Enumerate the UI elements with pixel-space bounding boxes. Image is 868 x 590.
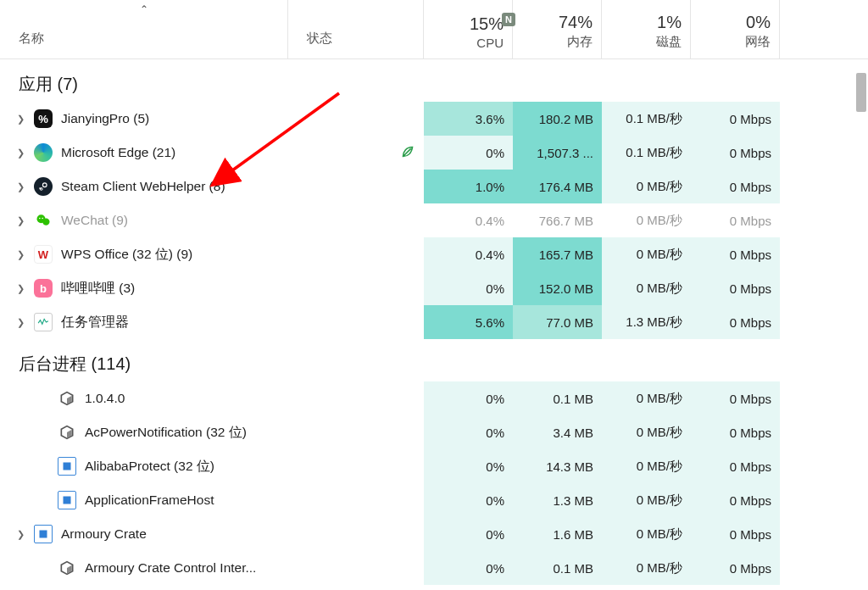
- process-cpu-cell: 0.4%: [424, 203, 513, 237]
- process-name-cell: ❯ Armoury Crate: [0, 525, 288, 543]
- process-network-cell: 0 Mbps: [691, 102, 780, 136]
- network-total-percent: 0%: [746, 13, 771, 32]
- edge-app-icon: [34, 143, 53, 162]
- process-name-label: 任务管理器: [61, 314, 129, 331]
- process-memory-cell: 165.7 MB: [513, 237, 602, 271]
- process-cpu-cell: 1.0%: [424, 170, 513, 203]
- process-network-cell: 0 Mbps: [691, 381, 780, 415]
- process-row[interactable]: ApplicationFrameHost 0% 1.3 MB 0 MB/秒 0 …: [0, 483, 868, 517]
- process-memory-cell: 14.3 MB: [513, 449, 602, 483]
- process-row[interactable]: ❯ Steam Client WebHelper (8) 1.0% 176.4 …: [0, 170, 868, 203]
- process-name-cell: ❯ Microsoft Edge (21): [0, 143, 288, 162]
- scrollbar-thumb[interactable]: [856, 73, 866, 112]
- task-manager-process-table: ⌃ 名称 状态 15% N CPU 74% 内存 1% 磁盘 0% 网络 应用 …: [0, 0, 868, 585]
- column-header-memory[interactable]: 74% 内存: [513, 0, 602, 58]
- svg-rect-9: [40, 531, 47, 538]
- process-disk-cell: 0 MB/秒: [602, 483, 691, 517]
- expand-chevron-icon[interactable]: ❯: [17, 317, 25, 328]
- expand-chevron-icon[interactable]: ❯: [17, 249, 25, 260]
- cpu-column-label: CPU: [476, 36, 504, 50]
- process-name-cell: ❯ Steam Client WebHelper (8): [0, 177, 288, 196]
- process-memory-cell: 1,507.3 ...: [513, 136, 602, 170]
- process-row[interactable]: AlibabaProtect (32 位) 0% 14.3 MB 0 MB/秒 …: [0, 449, 868, 483]
- process-cpu-cell: 0%: [424, 483, 513, 517]
- process-row[interactable]: AcPowerNotification (32 位) 0% 3.4 MB 0 M…: [0, 415, 868, 449]
- column-header-cpu[interactable]: 15% N CPU: [424, 0, 513, 58]
- column-header-name[interactable]: ⌃ 名称: [0, 0, 288, 58]
- vertical-scrollbar[interactable]: [856, 73, 866, 582]
- process-row[interactable]: ❯ Microsoft Edge (21) 0% 1,507.3 ... 0.1…: [0, 136, 868, 170]
- network-column-label: 网络: [745, 34, 771, 50]
- leaf-eco-icon: [398, 142, 417, 164]
- process-disk-cell: 0 MB/秒: [602, 271, 691, 305]
- column-header-disk[interactable]: 1% 磁盘: [602, 0, 691, 58]
- column-name-label: 名称: [19, 31, 44, 47]
- process-disk-cell: 0.1 MB/秒: [602, 136, 691, 170]
- process-row[interactable]: ❯ Armoury Crate 0% 1.6 MB 0 MB/秒 0 Mbps: [0, 517, 868, 551]
- process-row[interactable]: ❯ WeChat (9) 0.4% 766.7 MB 0 MB/秒 0 Mbps: [0, 203, 868, 237]
- process-name-cell: Armoury Crate Control Inter...: [0, 559, 288, 577]
- svg-point-4: [42, 219, 49, 225]
- process-disk-cell: 0 MB/秒: [602, 381, 691, 415]
- column-header-status[interactable]: 状态: [288, 0, 424, 58]
- process-name-cell: ❯ 任务管理器: [0, 313, 288, 331]
- process-memory-cell: 0.1 MB: [513, 381, 602, 415]
- process-name-label: WeChat (9): [61, 213, 128, 228]
- process-name-cell: ❯W WPS Office (32 位) (9): [0, 245, 288, 264]
- process-network-cell: 0 Mbps: [691, 136, 780, 170]
- disk-total-percent: 1%: [657, 13, 682, 32]
- process-cpu-cell: 0%: [424, 136, 513, 170]
- memory-total-percent: 74%: [559, 13, 593, 32]
- app-icon: b: [34, 279, 53, 298]
- process-network-cell: 0 Mbps: [691, 271, 780, 305]
- process-disk-cell: 1.3 MB/秒: [602, 305, 691, 339]
- process-name-label: Steam Client WebHelper (8): [61, 179, 225, 194]
- process-row[interactable]: ❯% JianyingPro (5) 3.6% 180.2 MB 0.1 MB/…: [0, 102, 868, 136]
- group-header-apps[interactable]: 应用 (7): [0, 59, 868, 102]
- expand-chevron-icon[interactable]: ❯: [17, 114, 25, 125]
- process-cpu-cell: 0%: [424, 415, 513, 449]
- expand-chevron-icon[interactable]: ❯: [17, 181, 25, 192]
- expand-chevron-icon[interactable]: ❯: [17, 215, 25, 226]
- process-row[interactable]: 1.0.4.0 0% 0.1 MB 0 MB/秒 0 Mbps: [0, 381, 868, 415]
- column-header-network[interactable]: 0% 网络: [691, 0, 780, 58]
- process-cpu-cell: 0.4%: [424, 237, 513, 271]
- svg-rect-7: [64, 463, 71, 470]
- process-network-cell: 0 Mbps: [691, 551, 780, 585]
- process-name-cell: AcPowerNotification (32 位): [0, 423, 288, 442]
- process-network-cell: 0 Mbps: [691, 203, 780, 237]
- window-icon: [58, 491, 76, 509]
- process-name-cell: 1.0.4.0: [0, 389, 288, 408]
- process-row[interactable]: ❯ 任务管理器 5.6% 77.0 MB 1.3 MB/秒 0 Mbps: [0, 305, 868, 339]
- group-header-background[interactable]: 后台进程 (114): [0, 339, 868, 381]
- process-network-cell: 0 Mbps: [691, 415, 780, 449]
- svg-rect-8: [64, 497, 71, 504]
- wechat-app-icon: [34, 211, 53, 230]
- process-memory-cell: 152.0 MB: [513, 271, 602, 305]
- process-memory-cell: 3.4 MB: [513, 415, 602, 449]
- process-row[interactable]: Armoury Crate Control Inter... 0% 0.1 MB…: [0, 551, 868, 585]
- expand-chevron-icon[interactable]: ❯: [17, 529, 25, 540]
- process-row[interactable]: ❯W WPS Office (32 位) (9) 0.4% 165.7 MB 0…: [0, 237, 868, 271]
- process-network-cell: 0 Mbps: [691, 449, 780, 483]
- process-status-cell: [288, 142, 424, 164]
- process-cpu-cell: 0%: [424, 449, 513, 483]
- process-memory-cell: 766.7 MB: [513, 203, 602, 237]
- wps-app-icon: W: [34, 245, 53, 264]
- process-memory-cell: 1.3 MB: [513, 483, 602, 517]
- process-name-cell: AlibabaProtect (32 位): [0, 457, 288, 476]
- process-name-label: AcPowerNotification (32 位): [85, 424, 247, 442]
- window-icon: [34, 525, 53, 543]
- process-row[interactable]: ❯b 哔哩哔哩 (3) 0% 152.0 MB 0 MB/秒 0 Mbps: [0, 271, 868, 305]
- cube-icon: [58, 389, 76, 408]
- process-cpu-cell: 0%: [424, 381, 513, 415]
- process-name-label: Armoury Crate: [61, 526, 147, 542]
- expand-chevron-icon[interactable]: ❯: [17, 283, 25, 294]
- process-memory-cell: 1.6 MB: [513, 517, 602, 551]
- cube-icon: [58, 423, 76, 442]
- process-cpu-cell: 0%: [424, 517, 513, 551]
- process-disk-cell: 0 MB/秒: [602, 170, 691, 203]
- process-cpu-cell: 0%: [424, 551, 513, 585]
- expand-chevron-icon[interactable]: ❯: [17, 148, 25, 159]
- svg-point-0: [42, 183, 47, 187]
